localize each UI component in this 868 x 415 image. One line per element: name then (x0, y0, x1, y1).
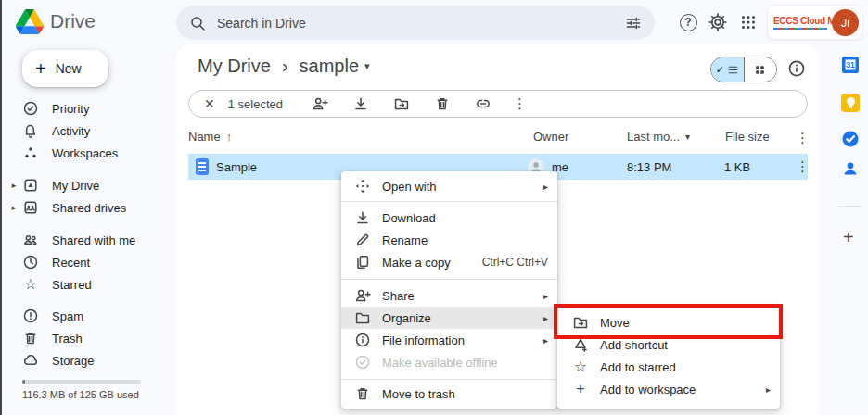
tasks-app-button[interactable] (841, 130, 860, 148)
help-button[interactable]: ? (677, 11, 699, 33)
new-button[interactable]: + New (22, 50, 108, 87)
sidebar-item-trash[interactable]: Trash (22, 327, 83, 349)
context-menu: Open with ▸ Download Rename Make a copy … (341, 171, 557, 409)
calendar-app-button[interactable]: 31 (841, 56, 860, 74)
sidebar-item-label: Starred (52, 278, 92, 292)
row-more-button[interactable]: ⋮ (796, 154, 810, 180)
more-vert-icon: ⋮ (796, 130, 810, 146)
submenu-item-move[interactable]: Move (557, 311, 780, 333)
column-header-size[interactable]: File size (725, 130, 770, 144)
menu-item-move-to-trash[interactable]: Move to trash (341, 383, 557, 405)
google-drive-window: Drive ? ECCS Cloud Mail Ji + (0, 0, 868, 415)
column-header-name[interactable]: Name ↑ (188, 130, 232, 144)
avatar[interactable]: Ji (832, 9, 859, 36)
google-docs-file-icon (196, 158, 209, 175)
sidebar-item-recent[interactable]: Recent (22, 251, 90, 273)
storage-progress-bar (22, 380, 141, 384)
menu-item-label: Download (382, 211, 548, 225)
open-with-icon (354, 178, 371, 195)
sidebar-item-label: Workspaces (52, 146, 118, 160)
keyboard-shortcut: Ctrl+C Ctrl+V (482, 256, 548, 269)
sidebar-item-label: My Drive (52, 179, 99, 193)
account-widget[interactable]: ECCS Cloud Mail Ji (767, 5, 863, 40)
sidebar-item-my-drive[interactable]: My Drive (22, 174, 99, 196)
sidebar-item-label: Shared drives (52, 201, 126, 215)
menu-item-share[interactable]: Share ▸ (341, 284, 557, 307)
expand-caret-icon[interactable]: ▸ (10, 181, 18, 190)
sidebar-item-spam[interactable]: Spam (22, 305, 83, 327)
submenu-item-add-to-workspace[interactable]: + Add to workspace ▸ (557, 378, 780, 400)
contacts-icon (841, 159, 860, 178)
search-input[interactable] (217, 16, 625, 31)
menu-item-organize[interactable]: Organize ▸ (341, 307, 557, 329)
folder-move-icon (572, 314, 589, 331)
menu-item-label: File information (382, 333, 543, 347)
column-header-modified[interactable]: Last mo... ▾ (627, 130, 690, 144)
person-add-icon (354, 287, 371, 304)
menu-item-rename[interactable]: Rename (341, 229, 557, 251)
menu-divider (341, 379, 557, 380)
sidebar-item-shared-drives[interactable]: Shared drives (22, 196, 126, 219)
trash-icon (354, 385, 371, 402)
download-icon (354, 209, 371, 226)
clear-selection-button[interactable]: ✕ (204, 96, 215, 111)
trash-button[interactable] (434, 95, 451, 112)
details-button[interactable] (787, 59, 806, 78)
menu-divider (341, 201, 557, 202)
sidebar-item-shared-with-me[interactable]: Shared with me (22, 229, 135, 251)
keep-app-button[interactable] (841, 94, 860, 112)
submenu-item-add-shortcut[interactable]: Add shortcut (557, 333, 780, 356)
submenu-arrow-icon: ▸ (543, 291, 548, 301)
shared-drive-icon (22, 199, 39, 216)
download-button[interactable] (352, 95, 369, 112)
sidebar-item-label: Storage (52, 354, 95, 368)
sidebar-item-starred[interactable]: ☆ Starred (22, 273, 92, 296)
breadcrumb-root[interactable]: My Drive (198, 56, 271, 77)
sidebar-item-label: Recent (52, 256, 90, 270)
sidebar-item-priority[interactable]: Priority (22, 97, 89, 119)
menu-item-file-information[interactable]: File information ▸ (341, 329, 557, 351)
table-settings-button[interactable]: ⋮ (796, 130, 810, 146)
column-header-owner[interactable]: Owner (533, 130, 568, 144)
sidebar-item-label: Trash (52, 332, 83, 346)
list-view-button[interactable]: ✓ (711, 57, 744, 82)
plus-icon: + (843, 227, 854, 247)
menu-item-open-with[interactable]: Open with ▸ (341, 175, 557, 197)
contacts-app-button[interactable] (841, 159, 860, 178)
menu-item-label: Add to starred (600, 360, 771, 374)
search-bar[interactable] (176, 6, 655, 40)
menu-item-make-a-copy[interactable]: Make a copy Ctrl+C Ctrl+V (341, 251, 557, 273)
keep-icon (841, 94, 860, 112)
sidebar-item-storage[interactable]: Storage (22, 349, 95, 371)
star-icon: ☆ (572, 358, 589, 375)
folder-icon (354, 309, 371, 326)
close-icon: ✕ (204, 96, 215, 111)
apps-grid-button[interactable] (737, 11, 760, 33)
menu-item-download[interactable]: Download (341, 207, 557, 229)
settings-button[interactable] (707, 11, 729, 33)
submenu-arrow-icon: ▸ (766, 384, 771, 395)
search-options-icon[interactable] (625, 15, 642, 31)
file-name: Sample (216, 160, 257, 174)
storage-usage-text: 116.3 MB of 125 GB used (22, 389, 139, 400)
table-header: Name ↑ Owner Last mo... ▾ File size ⋮ (176, 130, 820, 150)
trash-icon (434, 95, 451, 112)
selection-toolbar: ✕ 1 selected ⋮ (188, 90, 808, 118)
caret-down-icon: ▾ (364, 60, 370, 72)
more-actions-button[interactable]: ⋮ (513, 95, 527, 112)
move-button[interactable] (393, 95, 410, 112)
get-addons-button[interactable]: + (843, 227, 854, 248)
submenu-item-add-to-starred[interactable]: ☆ Add to starred (557, 356, 780, 378)
expand-caret-icon[interactable]: ▸ (10, 203, 18, 212)
breadcrumb-current[interactable]: sample ▾ (300, 56, 370, 77)
submenu-arrow-icon: ▸ (543, 182, 548, 192)
grid-view-button[interactable] (744, 57, 777, 82)
sidebar-item-activity[interactable]: Activity (22, 119, 90, 142)
get-link-button[interactable] (475, 95, 491, 112)
menu-item-label: Make available offline (382, 356, 548, 370)
selected-count-label: 1 selected (228, 97, 283, 111)
share-button[interactable] (312, 95, 328, 112)
workspaces-icon (22, 145, 39, 161)
sidebar-item-workspaces[interactable]: Workspaces (22, 142, 118, 164)
sidebar-item-label: Shared with me (52, 233, 135, 247)
